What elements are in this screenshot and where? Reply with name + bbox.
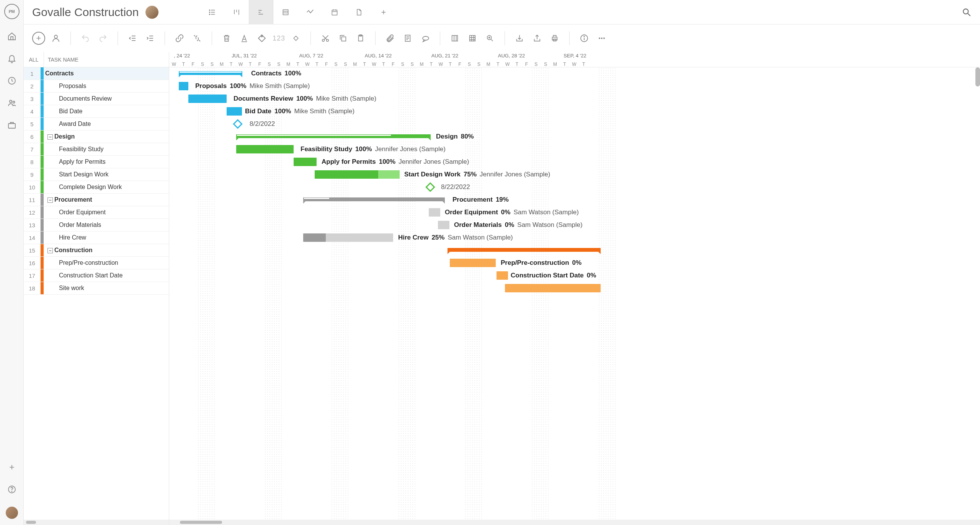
left-nav-rail: PM (0, 0, 24, 525)
gantt-task-bar[interactable] (179, 82, 188, 90)
task-row[interactable]: 3Documents Review (24, 93, 169, 105)
gantt-task-bar[interactable] (429, 208, 440, 217)
project-avatar[interactable] (145, 6, 158, 19)
help-icon[interactable] (7, 484, 17, 494)
gantt-task-bar[interactable] (294, 158, 317, 166)
task-row[interactable]: 11−Procurement (24, 194, 169, 206)
grid-icon[interactable] (466, 31, 479, 45)
tag-icon[interactable] (255, 31, 269, 45)
gantt-task-bar[interactable] (236, 145, 294, 153)
gantt-task-bar[interactable] (188, 95, 227, 103)
copy-icon[interactable] (336, 31, 350, 45)
gantt-body[interactable]: Contracts100%Proposals100%Mike Smith (Sa… (169, 67, 980, 520)
task-row[interactable]: 10Complete Design Work (24, 181, 169, 194)
clock-icon[interactable] (7, 76, 17, 86)
tasklist-scrollbar[interactable] (24, 520, 169, 525)
info-icon[interactable] (577, 31, 591, 45)
view-tab-sheet[interactable] (273, 0, 298, 24)
add-icon[interactable] (7, 462, 17, 472)
user-avatar-small[interactable] (6, 507, 18, 519)
delete-icon[interactable] (220, 31, 234, 45)
gantt-summary-bar[interactable] (236, 134, 431, 138)
attachment-icon[interactable] (383, 31, 397, 45)
task-row[interactable]: 12Order Equipment (24, 206, 169, 219)
gantt-task-bar[interactable] (227, 107, 242, 116)
briefcase-icon[interactable] (7, 120, 17, 130)
app-logo[interactable]: PM (4, 4, 20, 19)
gantt-summary-bar[interactable] (303, 197, 445, 201)
gantt-bar-label: Construction Start Date0% (511, 272, 596, 279)
collapse-toggle[interactable]: − (47, 197, 53, 203)
home-icon[interactable] (7, 31, 17, 41)
diamond-icon[interactable] (289, 31, 303, 45)
redo-icon[interactable] (96, 31, 110, 45)
task-row[interactable]: 13Order Materials (24, 219, 169, 232)
paste-icon[interactable] (354, 31, 368, 45)
gantt-task-bar[interactable] (505, 284, 601, 292)
view-tab-dashboard[interactable] (298, 0, 322, 24)
person-icon[interactable] (49, 31, 63, 45)
gantt-milestone[interactable] (425, 182, 435, 192)
search-icon[interactable] (962, 7, 972, 17)
task-row[interactable]: 14Hire Crew (24, 232, 169, 244)
gantt-vertical-scrollbar[interactable] (975, 67, 980, 86)
svg-point-72 (603, 38, 605, 39)
task-row[interactable]: 7Feasibility Study (24, 143, 169, 156)
task-row[interactable]: 16Prep/Pre-construction (24, 257, 169, 269)
columns-icon[interactable] (448, 31, 462, 45)
view-tab-board[interactable] (224, 0, 249, 24)
task-row[interactable]: 5Award Date (24, 118, 169, 130)
task-row[interactable]: 6−Design (24, 130, 169, 143)
import-icon[interactable] (513, 31, 526, 45)
task-row[interactable]: 1Contracts (24, 67, 169, 80)
export-icon[interactable] (530, 31, 544, 45)
task-row[interactable]: 8Apply for Permits (24, 156, 169, 168)
gantt-task-bar[interactable] (438, 221, 449, 229)
view-tab-calendar[interactable] (322, 0, 347, 24)
cut-icon[interactable] (318, 31, 332, 45)
indent-icon[interactable] (143, 31, 157, 45)
gantt-summary-bar[interactable] (448, 248, 601, 252)
print-icon[interactable] (548, 31, 562, 45)
zoom-icon[interactable] (483, 31, 497, 45)
gantt-summary-bar[interactable] (179, 71, 242, 75)
link-icon[interactable] (173, 31, 186, 45)
add-task-button[interactable]: + (32, 32, 45, 45)
collapse-toggle[interactable]: − (47, 248, 53, 253)
task-row-number: 1 (24, 67, 41, 80)
comment-icon[interactable] (418, 31, 432, 45)
tasklist-header-name[interactable]: TASK NAME (44, 52, 169, 67)
team-icon[interactable] (7, 98, 17, 108)
gantt-task-bar[interactable] (315, 170, 400, 179)
task-label: Hire Crew (44, 234, 169, 241)
view-tab-list[interactable] (200, 0, 224, 24)
unlink-icon[interactable] (190, 31, 204, 45)
task-row[interactable]: 9Start Design Work (24, 168, 169, 181)
week-label: AUG, 14 '22 (365, 53, 392, 59)
task-row-number: 11 (24, 194, 41, 206)
view-tab-gantt[interactable] (249, 0, 273, 24)
view-tab-file[interactable] (347, 0, 371, 24)
outdent-icon[interactable] (126, 31, 139, 45)
day-label: S (198, 62, 207, 67)
gantt-task-bar[interactable] (497, 271, 508, 280)
more-icon[interactable] (595, 31, 609, 45)
gantt-task-bar[interactable] (303, 233, 393, 242)
collapse-toggle[interactable]: − (47, 134, 53, 140)
bell-icon[interactable] (7, 54, 17, 64)
undo-icon[interactable] (78, 31, 92, 45)
task-row[interactable]: 2Proposals (24, 80, 169, 93)
task-row[interactable]: 18Site work (24, 282, 169, 295)
task-row[interactable]: 17Construction Start Date (24, 269, 169, 282)
gantt-milestone[interactable] (233, 119, 242, 129)
gantt-scrollbar[interactable] (169, 520, 980, 525)
task-label: −Construction (44, 247, 169, 254)
task-row[interactable]: 15−Construction (24, 244, 169, 257)
view-tab-add[interactable] (371, 0, 396, 24)
gantt-task-bar[interactable] (450, 259, 496, 267)
tasklist-header-all[interactable]: ALL (24, 57, 44, 63)
task-row[interactable]: 4Bid Date (24, 105, 169, 118)
gantt-timeline-header[interactable]: , 24 '22JUL, 31 '22AUG, 7 '22AUG, 14 '22… (169, 52, 980, 67)
text-style-icon[interactable] (237, 31, 251, 45)
note-icon[interactable] (401, 31, 415, 45)
